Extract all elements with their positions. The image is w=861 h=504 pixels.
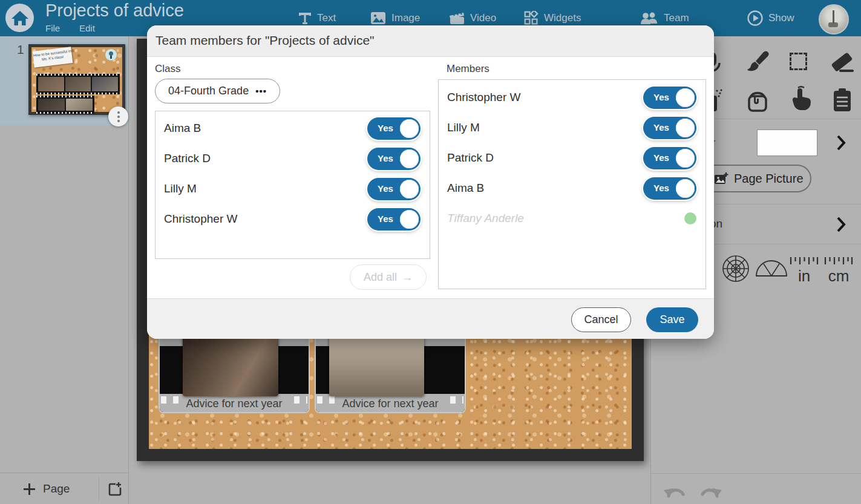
- student-row: Lilly M Yes: [156, 174, 430, 204]
- student-row: Christopher W Yes: [156, 204, 430, 234]
- student-row: Patrick D Yes: [156, 143, 430, 174]
- polar-grid-icon[interactable]: [722, 255, 750, 283]
- image-plus-icon: [714, 172, 728, 185]
- menu-edit[interactable]: Edit: [79, 23, 95, 33]
- divider: [651, 473, 861, 474]
- ruler-ticks: [823, 257, 854, 265]
- member-name: Lilly M: [447, 121, 480, 134]
- member-name-pending: Tiffany Anderle: [447, 212, 524, 225]
- add-page-label: Page: [43, 482, 70, 496]
- redo-icon[interactable]: [698, 483, 723, 501]
- thumbnail-note: How to be successful in Ms. K's class!: [33, 47, 73, 68]
- toggle-knob: [400, 180, 419, 198]
- unit-in-label: in: [789, 268, 819, 284]
- thumbnail-photo: [38, 99, 65, 111]
- student-name: Christopher W: [164, 212, 237, 226]
- toggle-knob: [400, 210, 419, 229]
- member-row-pending: Tiffany Anderle: [439, 203, 705, 234]
- chevron-right-icon[interactable]: [836, 216, 846, 233]
- class-students-list: Aima B Yes Patrick D Yes Lilly M Yes Chr…: [155, 111, 430, 259]
- student-toggle[interactable]: Yes: [367, 117, 421, 140]
- member-toggle[interactable]: Yes: [643, 87, 696, 109]
- app-window: 1 How to be successful in Ms. K's class!: [0, 0, 861, 504]
- widgets-icon: [524, 11, 539, 25]
- page-picture-label: Page Picture: [734, 172, 804, 186]
- member-row: Lilly M Yes: [439, 113, 705, 143]
- home-icon: [11, 10, 29, 27]
- video-clapper-icon: [449, 11, 465, 25]
- plus-icon: [23, 483, 36, 496]
- page-options-icon[interactable]: [108, 106, 128, 126]
- text-icon: [298, 11, 312, 25]
- thumbnail-filmstrip: [36, 96, 94, 114]
- member-row: Patrick D Yes: [439, 143, 705, 173]
- ruler-cm-icon[interactable]: cm: [823, 257, 854, 284]
- member-toggle[interactable]: Yes: [643, 147, 696, 169]
- hand-gesture-tool-icon[interactable]: [790, 86, 813, 111]
- dialog-title: Team members for "Projects of advice": [156, 33, 375, 48]
- member-row: Christopher W Yes: [439, 82, 705, 113]
- play-icon: [747, 10, 763, 26]
- user-avatar[interactable]: [819, 4, 849, 34]
- undo-icon[interactable]: [663, 483, 688, 501]
- page-picture-button[interactable]: Page Picture: [699, 165, 811, 192]
- toggle-knob: [676, 88, 695, 107]
- member-name: Patrick D: [447, 151, 494, 165]
- lightbulb-doodle: [105, 49, 117, 61]
- toolbar-video-label: Video: [470, 12, 496, 24]
- save-button[interactable]: Save: [646, 307, 698, 332]
- page-thumbnail[interactable]: How to be successful in Ms. K's class!: [28, 44, 125, 115]
- filmstrip-caption: Advice for next year: [336, 396, 444, 411]
- filmstrip-band: Advice for next year: [160, 394, 309, 412]
- unit-cm-label: cm: [823, 268, 854, 284]
- student-toggle[interactable]: Yes: [367, 178, 421, 200]
- student-name: Aima B: [164, 122, 201, 135]
- divider: [99, 477, 99, 501]
- member-toggle[interactable]: Yes: [643, 117, 696, 139]
- class-selector[interactable]: 04-Fourth Grade •••: [155, 79, 280, 103]
- sidebar-bottom-bar: Page: [0, 473, 128, 504]
- dialog-footer: Cancel Save: [147, 298, 714, 339]
- pages-sidebar: 1 How to be successful in Ms. K's class!: [0, 36, 129, 504]
- paint-bucket-tool-icon[interactable]: [745, 88, 770, 112]
- thumbnail-photo: [38, 77, 64, 91]
- class-selector-value: 04-Fourth Grade: [168, 85, 249, 97]
- filmstrip-band: Advice for next year: [316, 394, 465, 412]
- clipboard-tool-icon[interactable]: [832, 87, 853, 113]
- member-toggle[interactable]: Yes: [643, 177, 696, 200]
- show-button[interactable]: Show: [747, 0, 794, 36]
- ruler-ticks: [789, 257, 819, 265]
- import-page-icon[interactable]: [107, 481, 123, 497]
- thumbnail-photo: [66, 99, 93, 111]
- page-number: 1: [17, 42, 24, 57]
- class-options-icon[interactable]: •••: [255, 86, 267, 96]
- cancel-button[interactable]: Cancel: [571, 307, 631, 332]
- filmstrip-caption: Advice for next year: [180, 396, 287, 411]
- add-all-button[interactable]: Add all →: [350, 264, 427, 290]
- student-toggle[interactable]: Yes: [367, 208, 421, 231]
- ruler-inches-icon[interactable]: in: [789, 257, 819, 284]
- toolbar-image-label: Image: [391, 12, 420, 24]
- student-row: Aima B Yes: [156, 113, 430, 143]
- eraser-tool-icon[interactable]: [830, 51, 855, 74]
- image-icon: [370, 11, 386, 25]
- member-name: Aima B: [447, 182, 484, 195]
- chevron-right-icon[interactable]: [836, 134, 846, 151]
- student-toggle[interactable]: Yes: [367, 148, 421, 170]
- show-label: Show: [768, 12, 794, 24]
- protractor-icon[interactable]: [755, 259, 788, 277]
- thumbnail-photo: [92, 77, 118, 91]
- members-section-label: Members: [447, 63, 489, 75]
- add-page-button[interactable]: Page: [23, 478, 70, 500]
- menu-file[interactable]: File: [45, 23, 60, 33]
- add-all-label: Add all: [364, 271, 397, 284]
- page-color-swatch[interactable]: [757, 129, 817, 156]
- select-marquee-tool-icon[interactable]: [790, 53, 807, 70]
- online-status-dot: [684, 212, 696, 224]
- page-thumbnail-row[interactable]: 1 How to be successful in Ms. K's class!: [0, 36, 128, 125]
- home-button[interactable]: [5, 4, 34, 32]
- arrow-right-icon: →: [402, 271, 413, 284]
- paintbrush-tool-icon[interactable]: [746, 51, 770, 74]
- toolbar-team-label: Team: [664, 12, 689, 24]
- toolbar-widgets-label: Widgets: [544, 12, 581, 24]
